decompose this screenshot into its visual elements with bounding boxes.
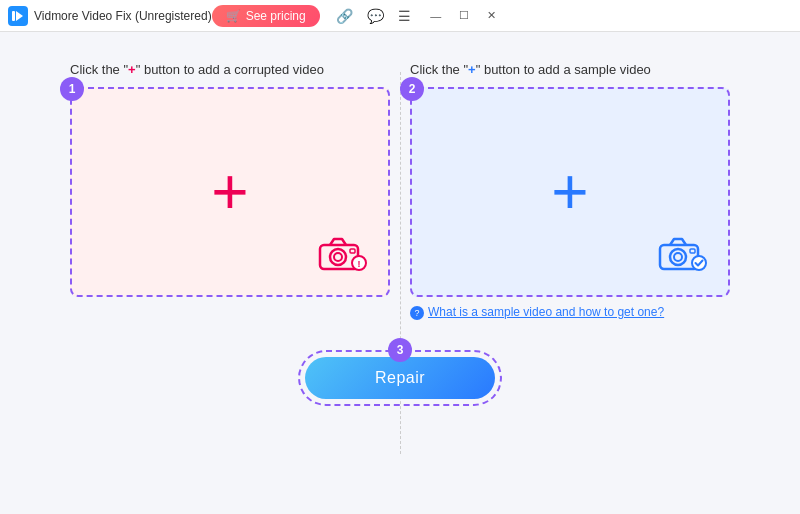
corrupted-panel: Click the "+" button to add a corrupted … xyxy=(70,62,390,320)
add-sample-icon: + xyxy=(551,160,588,224)
pricing-label: See pricing xyxy=(246,9,306,23)
logo-icon xyxy=(8,6,28,26)
plus-symbol-blue: + xyxy=(468,62,476,77)
minimize-button[interactable]: — xyxy=(423,6,449,26)
sample-label: Click the "+" button to add a sample vid… xyxy=(410,62,651,77)
maximize-button[interactable]: ☐ xyxy=(451,6,477,26)
repair-button[interactable]: Repair xyxy=(305,357,495,399)
titlebar: Vidmore Video Fix (Unregistered) 🛒 See p… xyxy=(0,0,800,32)
step-badge-2: 2 xyxy=(400,77,424,101)
plus-symbol-red: + xyxy=(128,62,136,77)
svg-point-5 xyxy=(334,253,342,261)
svg-rect-6 xyxy=(350,249,355,253)
close-button[interactable]: ✕ xyxy=(479,6,505,26)
main-content: Click the "+" button to add a corrupted … xyxy=(0,32,800,514)
sample-dropzone[interactable]: 2 + xyxy=(410,87,730,297)
info-icon: ? xyxy=(410,306,424,320)
app-logo: Vidmore Video Fix (Unregistered) xyxy=(8,6,212,26)
repair-section: 3 Repair xyxy=(298,350,502,406)
cart-icon: 🛒 xyxy=(226,9,241,23)
step-badge-3: 3 xyxy=(388,338,412,362)
sample-info-text: What is a sample video and how to get on… xyxy=(428,305,664,319)
toolbar-icons: 🔗 💬 ☰ xyxy=(332,6,415,26)
app-title: Vidmore Video Fix (Unregistered) xyxy=(34,9,212,23)
pricing-button[interactable]: 🛒 See pricing xyxy=(212,5,320,27)
add-corrupted-icon: + xyxy=(211,160,248,224)
svg-point-4 xyxy=(330,249,346,265)
svg-point-10 xyxy=(670,249,686,265)
chat-icon[interactable]: 💬 xyxy=(363,6,388,26)
menu-icon[interactable]: ☰ xyxy=(394,6,415,26)
svg-point-11 xyxy=(674,253,682,261)
corrupted-label: Click the "+" button to add a corrupted … xyxy=(70,62,324,77)
svg-rect-12 xyxy=(690,249,695,253)
link-icon[interactable]: 🔗 xyxy=(332,6,357,26)
sample-camera-icon xyxy=(656,233,708,277)
window-controls: — ☐ ✕ xyxy=(423,6,505,26)
svg-rect-2 xyxy=(12,11,15,21)
step-badge-1: 1 xyxy=(60,77,84,101)
sample-info-link[interactable]: ? What is a sample video and how to get … xyxy=(410,305,664,320)
svg-text:!: ! xyxy=(358,259,361,269)
sample-panel: Click the "+" button to add a sample vid… xyxy=(410,62,730,320)
corrupted-camera-icon: ! xyxy=(316,233,368,277)
corrupted-dropzone[interactable]: 1 + ! xyxy=(70,87,390,297)
